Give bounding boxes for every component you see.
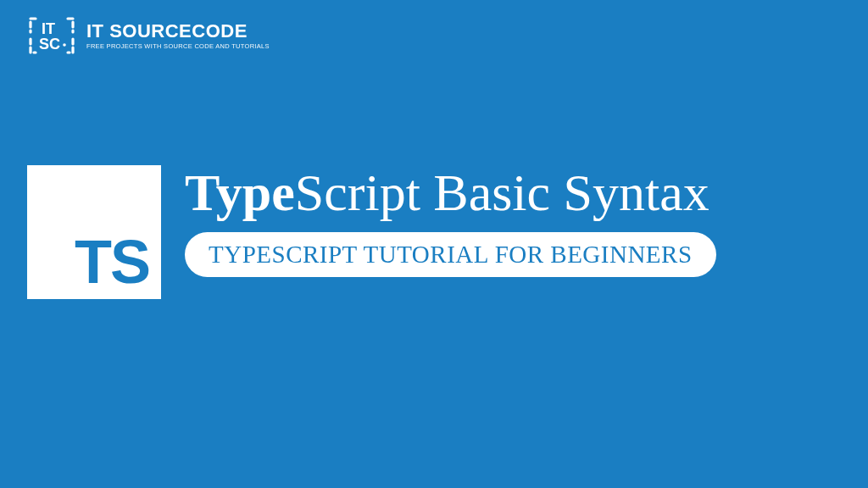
svg-text:IT: IT xyxy=(42,20,55,37)
svg-text:SC: SC xyxy=(39,36,60,53)
title-bold: Type xyxy=(185,164,295,221)
subtitle-pill: TYPESCRIPT TUTORIAL FOR BEGINNERS xyxy=(185,232,716,277)
brand-logo-text: IT SOURCECODE FREE PROJECTS WITH SOURCE … xyxy=(86,22,270,50)
typescript-badge: TS xyxy=(27,165,161,299)
brand-tagline: FREE PROJECTS WITH SOURCE CODE AND TUTOR… xyxy=(86,42,270,50)
subtitle-text: TYPESCRIPT TUTORIAL FOR BEGINNERS xyxy=(209,241,693,268)
brand-logo-icon: IT SC xyxy=(27,15,76,56)
svg-point-2 xyxy=(63,43,66,47)
brand-logo: IT SC IT SOURCECODE FREE PROJECTS WITH S… xyxy=(27,15,270,56)
brand-name: IT SOURCECODE xyxy=(86,22,270,41)
page-title: TypeScript Basic Syntax xyxy=(185,165,716,220)
title-rest: Script Basic Syntax xyxy=(295,164,709,221)
title-block: TypeScript Basic Syntax TYPESCRIPT TUTOR… xyxy=(185,165,716,277)
typescript-badge-text: TS xyxy=(75,231,149,292)
hero-content: TS TypeScript Basic Syntax TYPESCRIPT TU… xyxy=(27,165,716,299)
